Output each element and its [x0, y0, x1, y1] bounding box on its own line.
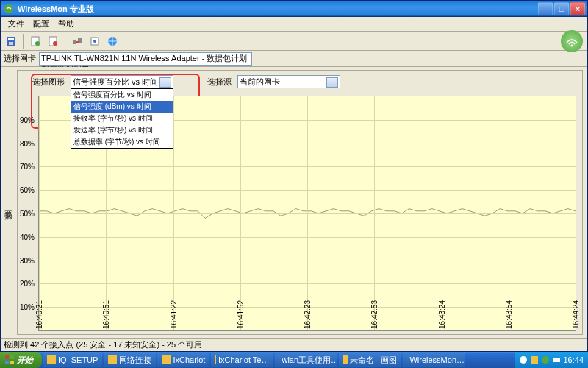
dropdown-option[interactable]: 信号强度百分比 vs 时间 — [71, 89, 173, 101]
statusbar: 检测到 42 个接入点 (25 安全 - 17 未知安全) - 25 个可用 — [1, 338, 587, 351]
svg-rect-19 — [108, 355, 117, 364]
taskbar-item[interactable]: IxChariot — [157, 353, 209, 367]
save-icon[interactable] — [4, 34, 18, 49]
system-tray[interactable]: 16:44 — [514, 352, 588, 368]
windows-logo-icon — [4, 355, 15, 365]
svg-point-0 — [4, 4, 13, 13]
adapter-label: 选择网卡 — [4, 53, 36, 64]
x-tick-label: 16:41:52 — [237, 300, 245, 329]
dropdown-option[interactable]: 总数据率 (字节/秒) vs 时间 — [71, 136, 173, 148]
taskbar-item[interactable]: IxChariot Te… — [211, 353, 273, 367]
chart-type-label: 选择图形 — [32, 77, 65, 88]
tray-icon — [519, 355, 528, 364]
svg-rect-21 — [215, 355, 216, 364]
close-button[interactable]: × — [570, 2, 585, 15]
tab-summary[interactable]: 摘要 — [1, 202, 15, 208]
toolbar — [1, 32, 587, 51]
app-icon — [3, 3, 15, 15]
tray-icon — [541, 355, 550, 364]
adapter-row: 选择网卡 TP-LINK TL-WN821N 11N Wireless Adap… — [1, 51, 587, 67]
svg-point-25 — [520, 356, 527, 364]
wifi-status-icon — [561, 30, 583, 52]
x-tick-label: 16:43:54 — [505, 300, 513, 329]
dropdown-option[interactable]: 发送率 (字节/秒) vs 时间 — [71, 124, 173, 136]
dropdown-option[interactable]: 信号强度 (dBm) vs 时间 — [71, 101, 173, 113]
titlebar[interactable]: WirelessMon 专业版 _ □ × — [1, 1, 587, 17]
taskbar-item[interactable]: IQ_SETUP — [43, 353, 102, 367]
y-tick-label: 20% — [20, 280, 35, 288]
titlebar-title: WirelessMon 专业版 — [18, 4, 538, 15]
x-tick-label: 16:40:21 — [35, 300, 43, 329]
clock: 16:44 — [563, 355, 584, 364]
side-tabs: 摘要 统计 图形 IP连接 — [1, 67, 15, 338]
y-tick-label: 10% — [20, 303, 35, 311]
svg-point-5 — [35, 41, 40, 46]
source-label: 选择源 — [207, 77, 232, 88]
menu-help[interactable]: 帮助 — [54, 17, 79, 31]
svg-rect-15 — [10, 355, 14, 359]
globe-icon[interactable] — [105, 34, 120, 49]
menubar: 文件 配置 帮助 — [1, 17, 587, 32]
y-tick-label: 70% — [20, 163, 35, 171]
adapter-select[interactable]: TP-LINK TL-WN821N 11N Wireless Adapter -… — [39, 52, 252, 66]
y-tick-label: 30% — [20, 256, 35, 264]
taskbar-item[interactable]: 网络连接 — [104, 353, 156, 367]
chart-controls: 选择图形 信号强度百分比 vs 时间 选择源 当前的网卡 信号强度百分比 vs … — [18, 71, 582, 93]
y-tick-label: 60% — [20, 186, 35, 194]
svg-rect-14 — [5, 355, 9, 359]
svg-rect-17 — [10, 361, 14, 364]
svg-rect-23 — [343, 355, 347, 364]
taskbar-item[interactable]: wlan工具使用… — [275, 353, 337, 367]
svg-point-13 — [571, 45, 573, 47]
log-stop-icon[interactable] — [46, 34, 60, 49]
chart-container: 选择图形 信号强度百分比 vs 时间 选择源 当前的网卡 信号强度百分比 vs … — [17, 70, 583, 335]
chart-type-dropdown[interactable]: 信号强度百分比 vs 时间信号强度 (dBm) vs 时间接收率 (字节/秒) … — [71, 88, 173, 149]
maximize-button[interactable]: □ — [554, 2, 569, 15]
svg-rect-16 — [5, 361, 9, 364]
svg-rect-18 — [47, 355, 56, 364]
x-tick-label: 16:42:53 — [370, 300, 379, 329]
tray-icon — [530, 355, 539, 364]
x-tick-label: 16:44:24 — [572, 300, 580, 329]
x-tick-label: 16:42:23 — [304, 300, 312, 329]
y-tick-label: 80% — [20, 139, 35, 147]
y-tick-label: 40% — [20, 233, 35, 241]
x-tick-label: 16:43:24 — [438, 300, 446, 329]
svg-point-11 — [93, 40, 96, 43]
source-select[interactable]: 当前的网卡 — [237, 75, 340, 88]
log-start-icon[interactable] — [28, 34, 43, 49]
taskbar: 开始 IQ_SETUP网络连接IxChariotIxChariot Te…wla… — [0, 352, 588, 368]
app-window: WirelessMon 专业版 _ □ × 文件 配置 帮助 选择网卡 TP-L… — [0, 0, 588, 352]
x-tick-label: 16:41:22 — [170, 300, 178, 329]
start-button[interactable]: 开始 — [0, 352, 42, 368]
y-tick-label: 50% — [20, 210, 35, 218]
menu-file[interactable]: 文件 — [4, 17, 29, 31]
svg-rect-2 — [8, 38, 14, 40]
x-tick-label: 16:40:51 — [102, 300, 110, 329]
chart-type-select[interactable]: 信号强度百分比 vs 时间 — [71, 75, 173, 88]
svg-rect-20 — [162, 355, 171, 364]
menu-config[interactable]: 配置 — [29, 17, 54, 31]
svg-point-7 — [53, 41, 57, 46]
tray-icon — [552, 355, 561, 364]
svg-rect-26 — [531, 356, 538, 364]
main-area: 摘要 统计 图形 IP连接 选择图形 信号强度百分比 vs 时间 选择源 当前的… — [1, 67, 587, 338]
connect-icon[interactable] — [70, 34, 85, 49]
config-icon[interactable] — [87, 34, 102, 49]
taskbar-item[interactable]: 未命名 - 画图 — [339, 353, 401, 367]
svg-rect-3 — [9, 42, 13, 45]
dropdown-option[interactable]: 接收率 (字节/秒) vs 时间 — [71, 113, 173, 124]
status-text: 检测到 42 个接入点 (25 安全 - 17 未知安全) - 25 个可用 — [4, 339, 202, 350]
y-tick-label: 90% — [20, 116, 35, 124]
svg-rect-28 — [553, 358, 560, 362]
minimize-button[interactable]: _ — [538, 2, 553, 15]
taskbar-item[interactable]: WirelessMon… — [403, 353, 465, 367]
svg-point-27 — [542, 356, 549, 364]
